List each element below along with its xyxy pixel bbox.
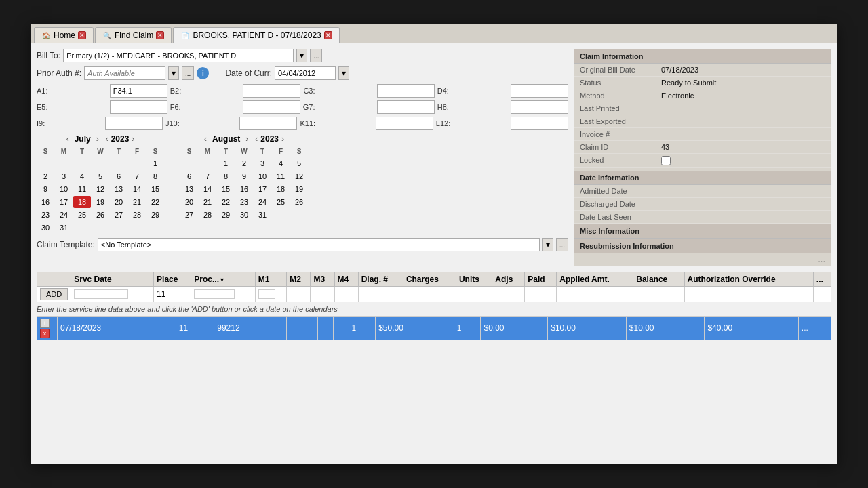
august-next[interactable]: › [244, 134, 250, 144]
tab-patient-claim-close[interactable]: ✕ [324, 31, 332, 39]
aug-day-31[interactable]: 31 [254, 209, 271, 221]
add-auth[interactable] [684, 287, 813, 302]
row-auth-override[interactable] [783, 317, 799, 340]
july-day-19[interactable]: 19 [92, 196, 109, 208]
bill-to-dropdown[interactable]: ▾ [296, 49, 307, 62]
aug-day-1[interactable]: 1 [217, 157, 235, 169]
locked-checkbox[interactable] [661, 156, 671, 165]
row-more[interactable]: ... [798, 317, 831, 340]
tab-find-claim-close[interactable]: ✕ [156, 31, 164, 39]
july-day-13[interactable]: 13 [110, 183, 127, 195]
aug-day-24[interactable]: 24 [254, 196, 271, 208]
aug-day-14[interactable]: 14 [199, 183, 216, 195]
info-button[interactable]: i [197, 67, 209, 79]
diag-j10-input[interactable] [239, 117, 297, 130]
july-day-8[interactable]: 8 [146, 170, 164, 182]
add-charges[interactable] [403, 287, 456, 302]
july-day-24[interactable]: 24 [55, 209, 73, 221]
july-day-16[interactable]: 16 [37, 196, 54, 208]
july-day-12[interactable]: 12 [92, 183, 109, 195]
july-day-10[interactable]: 10 [55, 183, 73, 195]
july-day-21[interactable]: 21 [128, 196, 146, 208]
aug-day-9[interactable]: 9 [235, 170, 253, 182]
july-next[interactable]: › [95, 134, 100, 144]
prior-auth-more[interactable]: ... [182, 66, 194, 80]
aug-day-30[interactable]: 30 [235, 209, 253, 221]
claim-template-input[interactable] [98, 238, 540, 251]
bill-to-more[interactable]: ... [310, 49, 322, 62]
july-prev[interactable]: ‹ [65, 134, 71, 144]
add-button[interactable]: ADD [40, 288, 68, 300]
diag-a1-input[interactable] [110, 84, 167, 98]
aug-day-27[interactable]: 27 [180, 209, 198, 221]
aug-day-6[interactable]: 6 [180, 170, 198, 182]
july-day-15[interactable]: 15 [146, 183, 164, 195]
row-remove-btn[interactable]: x [40, 329, 50, 338]
july-day-7[interactable]: 7 [128, 170, 146, 182]
july-day-14[interactable]: 14 [128, 183, 146, 195]
aug-day-23[interactable]: 23 [235, 196, 253, 208]
add-proc-input[interactable] [194, 289, 235, 299]
prior-auth-dropdown[interactable]: ▾ [168, 66, 179, 80]
aug-day-15[interactable]: 15 [217, 183, 235, 195]
aug-day-26[interactable]: 26 [290, 196, 308, 208]
tab-home-close[interactable]: ✕ [78, 31, 86, 39]
august-year-next[interactable]: › [280, 134, 285, 144]
row-expand-btn[interactable]: + [40, 319, 50, 328]
aug-day-4[interactable]: 4 [272, 157, 290, 169]
july-day-29[interactable]: 29 [146, 209, 164, 221]
aug-day-19[interactable]: 19 [290, 183, 308, 195]
aug-day-5[interactable]: 5 [290, 157, 308, 169]
tab-find-claim[interactable]: 🔍 Find Claim ✕ [95, 27, 172, 43]
august-prev[interactable]: ‹ [203, 134, 208, 144]
diag-e5-input[interactable] [110, 100, 167, 114]
aug-day-13[interactable]: 13 [180, 183, 198, 195]
aug-day-22[interactable]: 22 [217, 196, 235, 208]
july-day-25[interactable]: 25 [73, 209, 91, 221]
template-more[interactable]: ... [556, 238, 568, 251]
diag-k11-input[interactable] [376, 117, 433, 130]
add-m1-input[interactable] [258, 289, 275, 299]
diag-d4-input[interactable] [511, 84, 568, 98]
july-day-20[interactable]: 20 [110, 196, 127, 208]
add-units[interactable] [456, 287, 492, 302]
aug-day-18[interactable]: 18 [272, 183, 290, 195]
bill-to-input[interactable] [63, 49, 294, 62]
diag-i9-input[interactable] [105, 117, 163, 130]
july-year-next[interactable]: › [130, 134, 136, 144]
july-day-6[interactable]: 6 [110, 170, 127, 182]
diag-l12-input[interactable] [511, 117, 568, 130]
july-day-2[interactable]: 2 [37, 170, 54, 182]
july-year-prev[interactable]: ‹ [104, 134, 110, 144]
july-day-31[interactable]: 31 [55, 222, 73, 234]
date-of-curr-input[interactable] [275, 66, 336, 80]
template-dropdown[interactable]: ▾ [542, 238, 553, 251]
aug-day-8[interactable]: 8 [217, 170, 235, 182]
july-day-3[interactable]: 3 [55, 170, 73, 182]
aug-day-16[interactable]: 16 [235, 183, 253, 195]
aug-day-7[interactable]: 7 [199, 170, 216, 182]
aug-day-21[interactable]: 21 [199, 196, 216, 208]
diag-g7-input[interactable] [377, 100, 435, 114]
add-proc[interactable] [191, 287, 255, 302]
july-day-28[interactable]: 28 [128, 209, 146, 221]
diag-b2-input[interactable] [243, 84, 300, 98]
july-day-18[interactable]: 18 [73, 196, 91, 208]
add-srvc-date[interactable] [71, 287, 154, 302]
july-day-4[interactable]: 4 [73, 170, 91, 182]
prior-auth-input[interactable] [84, 66, 165, 80]
aug-day-10[interactable]: 10 [254, 170, 271, 182]
aug-day-28[interactable]: 28 [199, 209, 216, 221]
july-day-23[interactable]: 23 [37, 209, 54, 221]
aug-day-12[interactable]: 12 [290, 170, 308, 182]
july-day-17[interactable]: 17 [55, 196, 73, 208]
resub-more-btn[interactable]: ... [818, 254, 825, 264]
tab-patient-claim[interactable]: 📄 BROOKS, PATIENT D - 07/18/2023 ✕ [173, 27, 339, 43]
add-srvc-date-input[interactable] [74, 289, 128, 299]
proc-dropdown-btn[interactable]: ▾ [220, 276, 224, 283]
july-day-1[interactable]: 1 [146, 157, 164, 169]
aug-day-2[interactable]: 2 [235, 157, 253, 169]
aug-day-20[interactable]: 20 [180, 196, 198, 208]
diag-c3-input[interactable] [377, 84, 435, 98]
add-m3[interactable] [311, 287, 334, 302]
